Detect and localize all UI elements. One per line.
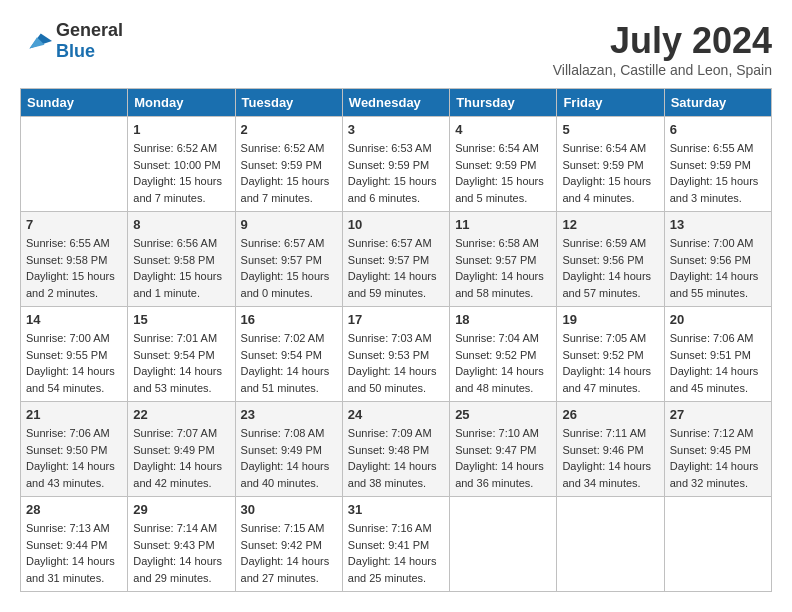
day-number: 30 [241,502,337,517]
cell-content: Sunrise: 6:53 AMSunset: 9:59 PMDaylight:… [348,140,444,206]
calendar-cell: 18Sunrise: 7:04 AMSunset: 9:52 PMDayligh… [450,307,557,402]
calendar-week-2: 7Sunrise: 6:55 AMSunset: 9:58 PMDaylight… [21,212,772,307]
cell-content: Sunrise: 6:54 AMSunset: 9:59 PMDaylight:… [455,140,551,206]
day-number: 17 [348,312,444,327]
cell-content: Sunrise: 7:10 AMSunset: 9:47 PMDaylight:… [455,425,551,491]
day-number: 27 [670,407,766,422]
cell-content: Sunrise: 7:06 AMSunset: 9:51 PMDaylight:… [670,330,766,396]
calendar-cell: 6Sunrise: 6:55 AMSunset: 9:59 PMDaylight… [664,117,771,212]
cell-content: Sunrise: 7:01 AMSunset: 9:54 PMDaylight:… [133,330,229,396]
day-number: 24 [348,407,444,422]
cell-content: Sunrise: 6:52 AMSunset: 10:00 PMDaylight… [133,140,229,206]
calendar-cell: 4Sunrise: 6:54 AMSunset: 9:59 PMDaylight… [450,117,557,212]
cell-content: Sunrise: 6:57 AMSunset: 9:57 PMDaylight:… [241,235,337,301]
calendar-cell: 8Sunrise: 6:56 AMSunset: 9:58 PMDaylight… [128,212,235,307]
day-number: 16 [241,312,337,327]
calendar-cell: 2Sunrise: 6:52 AMSunset: 9:59 PMDaylight… [235,117,342,212]
cell-content: Sunrise: 6:59 AMSunset: 9:56 PMDaylight:… [562,235,658,301]
day-number: 28 [26,502,122,517]
calendar-cell: 29Sunrise: 7:14 AMSunset: 9:43 PMDayligh… [128,497,235,592]
calendar-cell: 22Sunrise: 7:07 AMSunset: 9:49 PMDayligh… [128,402,235,497]
calendar-cell: 21Sunrise: 7:06 AMSunset: 9:50 PMDayligh… [21,402,128,497]
cell-content: Sunrise: 7:07 AMSunset: 9:49 PMDaylight:… [133,425,229,491]
calendar-cell: 16Sunrise: 7:02 AMSunset: 9:54 PMDayligh… [235,307,342,402]
page-header: General Blue July 2024 Villalazan, Casti… [20,20,772,78]
calendar-header-row: SundayMondayTuesdayWednesdayThursdayFrid… [21,89,772,117]
day-header-thursday: Thursday [450,89,557,117]
calendar-cell: 30Sunrise: 7:15 AMSunset: 9:42 PMDayligh… [235,497,342,592]
calendar-cell [21,117,128,212]
day-header-friday: Friday [557,89,664,117]
logo-blue: Blue [56,41,95,61]
calendar-cell: 17Sunrise: 7:03 AMSunset: 9:53 PMDayligh… [342,307,449,402]
calendar-cell: 14Sunrise: 7:00 AMSunset: 9:55 PMDayligh… [21,307,128,402]
cell-content: Sunrise: 7:05 AMSunset: 9:52 PMDaylight:… [562,330,658,396]
day-number: 10 [348,217,444,232]
day-number: 12 [562,217,658,232]
calendar-cell [450,497,557,592]
calendar-cell: 31Sunrise: 7:16 AMSunset: 9:41 PMDayligh… [342,497,449,592]
cell-content: Sunrise: 7:00 AMSunset: 9:56 PMDaylight:… [670,235,766,301]
cell-content: Sunrise: 7:00 AMSunset: 9:55 PMDaylight:… [26,330,122,396]
calendar-cell: 11Sunrise: 6:58 AMSunset: 9:57 PMDayligh… [450,212,557,307]
day-number: 4 [455,122,551,137]
cell-content: Sunrise: 6:57 AMSunset: 9:57 PMDaylight:… [348,235,444,301]
calendar-week-4: 21Sunrise: 7:06 AMSunset: 9:50 PMDayligh… [21,402,772,497]
day-number: 18 [455,312,551,327]
day-header-saturday: Saturday [664,89,771,117]
day-number: 9 [241,217,337,232]
calendar-cell: 7Sunrise: 6:55 AMSunset: 9:58 PMDaylight… [21,212,128,307]
day-number: 23 [241,407,337,422]
day-number: 13 [670,217,766,232]
cell-content: Sunrise: 7:02 AMSunset: 9:54 PMDaylight:… [241,330,337,396]
calendar-cell: 27Sunrise: 7:12 AMSunset: 9:45 PMDayligh… [664,402,771,497]
location-title: Villalazan, Castille and Leon, Spain [553,62,772,78]
day-number: 5 [562,122,658,137]
day-header-monday: Monday [128,89,235,117]
calendar-cell: 13Sunrise: 7:00 AMSunset: 9:56 PMDayligh… [664,212,771,307]
day-header-tuesday: Tuesday [235,89,342,117]
calendar-cell: 26Sunrise: 7:11 AMSunset: 9:46 PMDayligh… [557,402,664,497]
day-number: 2 [241,122,337,137]
logo-icon [22,29,52,53]
day-header-sunday: Sunday [21,89,128,117]
calendar-cell: 28Sunrise: 7:13 AMSunset: 9:44 PMDayligh… [21,497,128,592]
cell-content: Sunrise: 7:12 AMSunset: 9:45 PMDaylight:… [670,425,766,491]
day-number: 20 [670,312,766,327]
cell-content: Sunrise: 7:03 AMSunset: 9:53 PMDaylight:… [348,330,444,396]
calendar-cell: 24Sunrise: 7:09 AMSunset: 9:48 PMDayligh… [342,402,449,497]
logo-general: General [56,20,123,40]
day-header-wednesday: Wednesday [342,89,449,117]
day-number: 25 [455,407,551,422]
cell-content: Sunrise: 7:09 AMSunset: 9:48 PMDaylight:… [348,425,444,491]
calendar-body: 1Sunrise: 6:52 AMSunset: 10:00 PMDayligh… [21,117,772,592]
logo: General Blue [20,20,123,62]
calendar-cell: 9Sunrise: 6:57 AMSunset: 9:57 PMDaylight… [235,212,342,307]
cell-content: Sunrise: 6:55 AMSunset: 9:58 PMDaylight:… [26,235,122,301]
calendar-week-5: 28Sunrise: 7:13 AMSunset: 9:44 PMDayligh… [21,497,772,592]
calendar-cell: 23Sunrise: 7:08 AMSunset: 9:49 PMDayligh… [235,402,342,497]
day-number: 26 [562,407,658,422]
cell-content: Sunrise: 7:08 AMSunset: 9:49 PMDaylight:… [241,425,337,491]
calendar-cell: 1Sunrise: 6:52 AMSunset: 10:00 PMDayligh… [128,117,235,212]
cell-content: Sunrise: 6:55 AMSunset: 9:59 PMDaylight:… [670,140,766,206]
day-number: 15 [133,312,229,327]
day-number: 29 [133,502,229,517]
calendar-week-3: 14Sunrise: 7:00 AMSunset: 9:55 PMDayligh… [21,307,772,402]
calendar-cell: 20Sunrise: 7:06 AMSunset: 9:51 PMDayligh… [664,307,771,402]
calendar-cell [664,497,771,592]
day-number: 22 [133,407,229,422]
day-number: 6 [670,122,766,137]
calendar-cell: 3Sunrise: 6:53 AMSunset: 9:59 PMDaylight… [342,117,449,212]
title-area: July 2024 Villalazan, Castille and Leon,… [553,20,772,78]
calendar-cell: 10Sunrise: 6:57 AMSunset: 9:57 PMDayligh… [342,212,449,307]
day-number: 14 [26,312,122,327]
calendar-cell: 5Sunrise: 6:54 AMSunset: 9:59 PMDaylight… [557,117,664,212]
day-number: 3 [348,122,444,137]
cell-content: Sunrise: 7:06 AMSunset: 9:50 PMDaylight:… [26,425,122,491]
cell-content: Sunrise: 6:58 AMSunset: 9:57 PMDaylight:… [455,235,551,301]
calendar-cell: 15Sunrise: 7:01 AMSunset: 9:54 PMDayligh… [128,307,235,402]
cell-content: Sunrise: 6:54 AMSunset: 9:59 PMDaylight:… [562,140,658,206]
calendar-cell: 12Sunrise: 6:59 AMSunset: 9:56 PMDayligh… [557,212,664,307]
calendar-week-1: 1Sunrise: 6:52 AMSunset: 10:00 PMDayligh… [21,117,772,212]
